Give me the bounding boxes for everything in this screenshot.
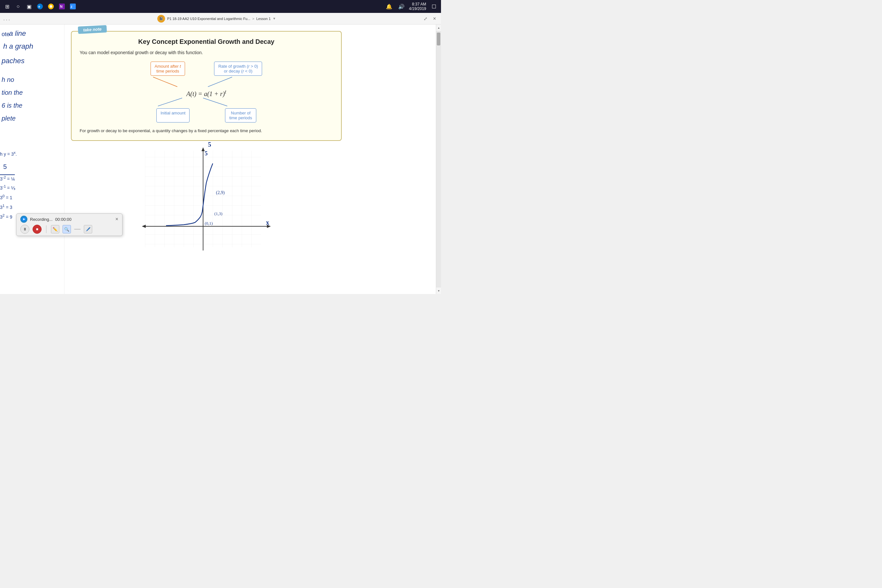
- notification-icon[interactable]: 🔔: [385, 2, 394, 11]
- notebook-icon: 📓: [158, 15, 165, 22]
- main-content: take note Key Concept Exponential Growth…: [64, 24, 436, 294]
- svg-text:(1,3): (1,3): [214, 211, 222, 216]
- recording-header: Recording... 00:00:00 ×: [20, 216, 118, 223]
- onenote-icon[interactable]: N: [57, 2, 66, 11]
- svg-text:5: 5: [205, 150, 208, 157]
- svg-line-10: [158, 98, 182, 106]
- taskbar-left: ⊞ ○ ▣ e N Z: [3, 2, 77, 11]
- calc-line2: 3-1 = ⅓: [0, 184, 15, 190]
- calc-line5: 32 = 9: [0, 213, 12, 219]
- handwritten-note-7: 6 is the: [2, 102, 22, 109]
- taskbar-time: 8:37 AM 4/19/2019: [409, 2, 426, 11]
- recording-controls: ⏸ ■ ✏️ 🔍 🖊️: [20, 225, 118, 234]
- expand-icon[interactable]: ⤢: [422, 15, 429, 22]
- connector-svg-bottom: [126, 98, 287, 108]
- connector-svg-top: [126, 77, 287, 90]
- scroll-down-arrow[interactable]: ▼: [436, 288, 441, 294]
- handwritten-note-8: plete: [2, 115, 15, 122]
- key-concept-box: take note Key Concept Exponential Growth…: [71, 31, 342, 141]
- breadcrumb-separator: >: [252, 17, 254, 21]
- calc-line3: 30 = 1: [0, 194, 12, 200]
- handwritten-note-2: a line: [9, 29, 26, 38]
- calc-line4: 31 = 3: [0, 203, 12, 210]
- window-controls: ⤢ ×: [422, 15, 438, 22]
- svg-text:e: e: [38, 5, 40, 8]
- svg-marker-17: [142, 225, 146, 228]
- graph-y-label-5: 5: [208, 141, 211, 148]
- draw-tool-button[interactable]: 🖊️: [84, 225, 92, 233]
- svg-text:(0,1): (0,1): [205, 221, 213, 226]
- breadcrumb-area: 📓 P1 18-19 AA2 U10 Exponential and Logar…: [158, 15, 276, 22]
- recording-status: Recording...: [30, 217, 52, 222]
- window-topbar: ... 📓 P1 18-19 AA2 U10 Exponential and L…: [0, 13, 441, 24]
- handwritten-note-6: tion the: [2, 89, 23, 96]
- scrollbar-track[interactable]: [436, 31, 441, 288]
- zoom-icon[interactable]: Z: [68, 2, 77, 11]
- recording-toolbar: Recording... 00:00:00 × ⏸ ■ ✏️ 🔍 🖊️: [16, 213, 123, 236]
- notification-center-icon[interactable]: ☐: [429, 2, 438, 11]
- graph-section: 5: [71, 147, 429, 263]
- key-concept-title: Key Concept Exponential Growth and Decay: [80, 38, 333, 45]
- chrome-icon[interactable]: [46, 2, 56, 11]
- taskbar-right: 🔔 🔊 8:37 AM 4/19/2019 ☐: [385, 2, 438, 11]
- close-button[interactable]: ×: [431, 15, 438, 22]
- handwritten-note-1: ote: [2, 31, 10, 38]
- svg-text:Z: Z: [70, 5, 72, 8]
- task-view-icon[interactable]: ▣: [24, 2, 33, 11]
- breadcrumb-text: P1 18-19 AA2 U10 Exponential and Logarit…: [167, 17, 250, 21]
- stop-button[interactable]: ■: [33, 225, 42, 234]
- content-area: ote a line h a graph paches h no tion th…: [0, 24, 441, 294]
- take-note-banner: take note: [78, 25, 107, 34]
- scroll-up-arrow[interactable]: ▲: [436, 24, 441, 31]
- recording-camera-icon: [20, 216, 27, 223]
- svg-point-3: [50, 5, 52, 8]
- lesson-label[interactable]: Lesson 1: [256, 17, 271, 21]
- key-concept-description: You can model exponential growth or deca…: [80, 50, 333, 55]
- window-dots: ...: [3, 15, 11, 22]
- handwritten-note-3: h a graph: [3, 42, 33, 51]
- calc-num5: 5: [3, 163, 7, 171]
- search-icon[interactable]: ○: [14, 2, 22, 11]
- volume-icon[interactable]: 🔊: [397, 2, 406, 11]
- divider: [74, 229, 81, 230]
- amount-box: Amount after ttime periods: [150, 62, 185, 76]
- time-periods-box: Number oftime periods: [225, 108, 256, 123]
- recording-close-button[interactable]: ×: [116, 216, 118, 222]
- handwritten-note-5: h no: [2, 76, 14, 84]
- pen-tool-button[interactable]: ✏️: [51, 225, 59, 233]
- taskbar: ⊞ ○ ▣ e N Z 🔔 🔊 8:37 AM 4/19/2019 ☐: [0, 0, 441, 13]
- edge-icon[interactable]: e: [36, 2, 45, 11]
- svg-line-9: [208, 77, 232, 87]
- start-button[interactable]: ⊞: [3, 2, 12, 11]
- formula-diagram: Amount after ttime periods Rate of growt…: [80, 62, 333, 123]
- recording-time: 00:00:00: [55, 217, 72, 222]
- key-concept-footer: For growth or decay to be exponential, a…: [80, 128, 333, 134]
- scrollbar-area: ▲ ▼: [436, 24, 441, 294]
- main-window: ... 📓 P1 18-19 AA2 U10 Exponential and L…: [0, 13, 441, 294]
- svg-line-11: [203, 98, 227, 106]
- graph-equation: h y = 3x.: [0, 150, 17, 157]
- svg-text:(2,9): (2,9): [216, 190, 225, 195]
- graph-svg: (0,1) (1,3) (2,9) 5 x: [135, 147, 274, 263]
- svg-text:N: N: [60, 4, 63, 8]
- svg-line-8: [153, 77, 177, 87]
- initial-amount-box: Initial amount: [156, 108, 189, 123]
- notes-panel: ote a line h a graph paches h no tion th…: [0, 24, 64, 294]
- svg-text:x: x: [266, 219, 269, 226]
- spotlight-tool-button[interactable]: 🔍: [63, 225, 71, 233]
- rate-box: Rate of growth (r > 0)or decay (r < 0): [214, 62, 262, 76]
- svg-marker-15: [201, 147, 205, 151]
- formula-equation: A(t) = a(1 + r)t: [186, 88, 226, 98]
- pause-button[interactable]: ⏸: [20, 225, 29, 234]
- scrollbar-thumb[interactable]: [437, 33, 440, 45]
- calc-line1: 3-2 = ¼: [0, 174, 15, 182]
- handwritten-note-4: paches: [2, 57, 24, 65]
- dropdown-arrow-icon[interactable]: ▼: [273, 17, 276, 20]
